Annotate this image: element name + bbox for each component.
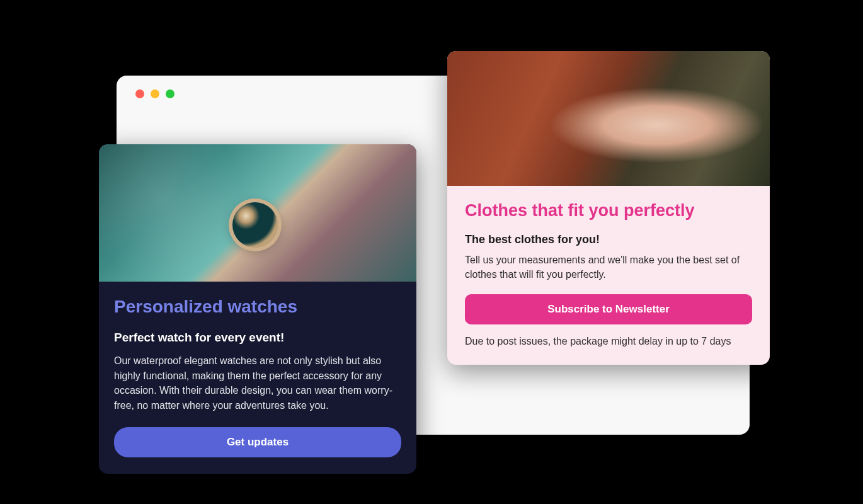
promo-card-clothes: Clothes that fit you perfectly The best … bbox=[447, 51, 770, 365]
subscribe-newsletter-button[interactable]: Subscribe to Newsletter bbox=[465, 294, 752, 324]
hero-image-watch bbox=[99, 144, 416, 282]
card-subtitle: The best clothes for you! bbox=[465, 233, 752, 246]
card-description: Our waterproof elegant watches are not o… bbox=[114, 353, 401, 413]
card-description: Tell us your measurements and we'll make… bbox=[465, 253, 752, 282]
get-updates-button[interactable]: Get updates bbox=[114, 427, 401, 457]
hero-image-person bbox=[447, 51, 770, 186]
promo-card-watches: Personalized watches Perfect watch for e… bbox=[99, 144, 416, 474]
card-title: Clothes that fit you perfectly bbox=[465, 201, 752, 220]
close-dot-icon[interactable] bbox=[135, 89, 144, 98]
card-body: Personalized watches Perfect watch for e… bbox=[99, 282, 416, 474]
card-body: Clothes that fit you perfectly The best … bbox=[447, 186, 770, 365]
window-traffic-lights bbox=[135, 89, 174, 98]
minimize-dot-icon[interactable] bbox=[151, 89, 159, 98]
card-title: Personalized watches bbox=[114, 297, 401, 317]
maximize-dot-icon[interactable] bbox=[166, 89, 174, 98]
card-subtitle: Perfect watch for every event! bbox=[114, 331, 401, 345]
shipping-note: Due to post issues, the package might de… bbox=[465, 336, 752, 347]
